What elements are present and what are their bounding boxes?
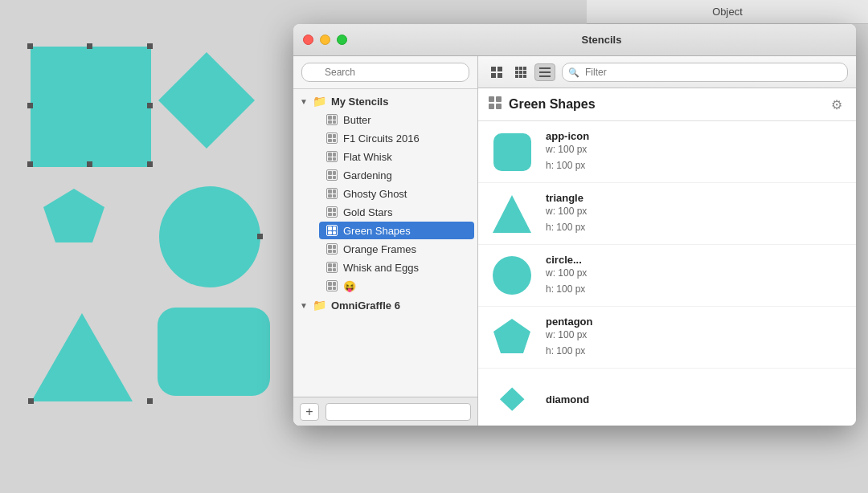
circle-shape [490,254,534,298]
svg-rect-31 [539,71,551,73]
shape-dim-w: w: 100 px [546,142,846,157]
folder-icon: 📁 [313,299,326,312]
shape-name: pentagon [546,316,846,328]
shape-name: circle... [546,254,846,266]
shape-dim-h: h: 100 px [546,158,846,173]
stencil-grid-icon [326,242,338,255]
search-input[interactable] [301,63,469,82]
chevron-down-icon: ▼ [300,301,308,310]
shape-item-pentagon[interactable]: pentagon w: 100 px h: 100 px [478,307,856,369]
triangle-shape [490,192,534,236]
shape-name: app-icon [546,130,846,142]
stencil-grid-icon [326,224,338,237]
shape-info-app-icon: app-icon w: 100 px h: 100 px [546,130,846,173]
svg-rect-37 [493,133,531,171]
svg-rect-19 [491,73,496,78]
stencil-grid-icon [326,187,338,200]
stencil-panel-icon [488,96,502,110]
view-grid-button[interactable] [510,63,531,81]
svg-rect-33 [489,96,494,102]
sidebar-item-whisk-and-eggs[interactable]: Whisk and Eggs [319,259,474,276]
sidebar-tree: ▼ 📁 My Stencils Butter [293,89,477,397]
sidebar-item-gardening[interactable]: Gardening [319,166,474,184]
svg-rect-27 [515,75,518,78]
gear-button[interactable]: ⚙ [827,95,846,114]
sidebar-item-flat-whisk[interactable]: Flat Whisk [319,148,474,165]
shape-item-app-icon[interactable]: app-icon w: 100 px h: 100 px [478,121,856,183]
svg-rect-20 [497,73,502,78]
maximize-button[interactable] [337,35,347,45]
sidebar-item-green-shapes[interactable]: Green Shapes [319,222,474,239]
tree-group-my-stencils: ▼ 📁 My Stencils Butter [293,92,477,295]
window-title: Stencils [357,34,846,46]
sidebar-item-emoji[interactable]: 😝 [319,277,474,295]
tree-group-label: OmniGraffle 6 [331,299,400,312]
chevron-down-icon: ▼ [300,97,308,106]
stencil-grid-icon [326,206,338,218]
titlebar: Stencils [293,24,856,56]
object-topbar: Object [587,0,868,24]
grid-icon [490,66,503,79]
shape-item-triangle[interactable]: triangle w: 100 px h: 100 px [478,183,856,245]
shape-dim-h: h: 100 px [546,282,846,297]
traffic-lights [303,35,347,45]
tree-group-omnigraffle: ▼ 📁 OmniGraffle 6 [293,296,477,314]
panel-toolbar: 🔍 [478,56,856,88]
shape-name: triangle [546,192,846,204]
sidebar-item-ghosty-ghost[interactable]: Ghosty Ghost [319,185,474,202]
shape-name: diamond [546,393,846,405]
minimize-button[interactable] [320,35,330,45]
view-list-button[interactable] [534,63,555,81]
tree-group-header-omnigraffle[interactable]: ▼ 📁 OmniGraffle 6 [293,296,477,314]
window-body: 🔍 ▼ 📁 My Stencils [293,56,856,426]
shape-item-circle[interactable]: circle... w: 100 px h: 100 px [478,245,856,307]
view-icon-button[interactable] [486,63,507,81]
shape-dim-w: w: 100 px [546,328,846,343]
sidebar: 🔍 ▼ 📁 My Stencils [293,56,478,426]
svg-rect-30 [539,67,551,69]
sidebar-item-label: 😝 [343,280,356,292]
svg-rect-35 [489,104,494,109]
svg-point-39 [493,256,531,295]
svg-rect-17 [491,67,496,71]
shape-dim-w: w: 100 px [546,204,846,219]
sidebar-item-f1circuits[interactable]: F1 Circuits 2016 [319,129,474,147]
tree-group-header-my-stencils[interactable]: ▼ 📁 My Stencils [293,92,477,110]
close-button[interactable] [303,35,313,45]
sidebar-item-gold-stars[interactable]: Gold Stars [319,203,474,221]
svg-rect-28 [519,75,522,78]
filter-search-icon: 🔍 [568,67,579,77]
sidebar-item-label: Orange Frames [343,243,416,255]
svg-rect-34 [496,96,502,102]
sidebar-item-label: Whisk and Eggs [343,262,419,274]
shape-list[interactable]: app-icon w: 100 px h: 100 px triangle w [478,121,856,426]
panel-header: Green Shapes ⚙ [478,88,856,121]
svg-rect-25 [519,71,522,74]
svg-rect-21 [515,67,518,70]
add-button[interactable]: + [300,403,319,421]
sidebar-item-label: Green Shapes [343,225,411,237]
panel-title: Green Shapes [509,97,827,112]
stencil-grid-icon [326,132,338,145]
shape-info-circle: circle... w: 100 px h: 100 px [546,254,846,296]
shape-dim-h: h: 100 px [546,344,846,359]
shape-preview-circle [488,251,536,299]
sidebar-item-label: Ghosty Ghost [343,188,407,200]
shape-item-diamond[interactable]: diamond [478,369,856,426]
svg-rect-23 [523,67,526,70]
stencil-grid-icon [326,279,338,292]
sidebar-item-label: F1 Circuits 2016 [343,132,420,145]
stencil-grid-icon [326,169,338,181]
svg-rect-18 [497,67,502,71]
sidebar-footer: + [293,397,477,426]
filter-wrapper: 🔍 [562,63,848,82]
pentagon-shape [490,316,534,360]
filter-input[interactable] [562,63,848,82]
shape-preview-diamond [488,375,536,423]
tree-items-my-stencils: Butter F1 Circuits 2016 Fl [293,111,477,295]
sidebar-item-butter[interactable]: Butter [319,111,474,128]
object-topbar-title: Object [712,6,743,18]
tree-group-label: My Stencils [331,96,389,108]
stencil-name-field[interactable] [326,403,471,421]
sidebar-item-orange-frames[interactable]: Orange Frames [319,240,474,258]
